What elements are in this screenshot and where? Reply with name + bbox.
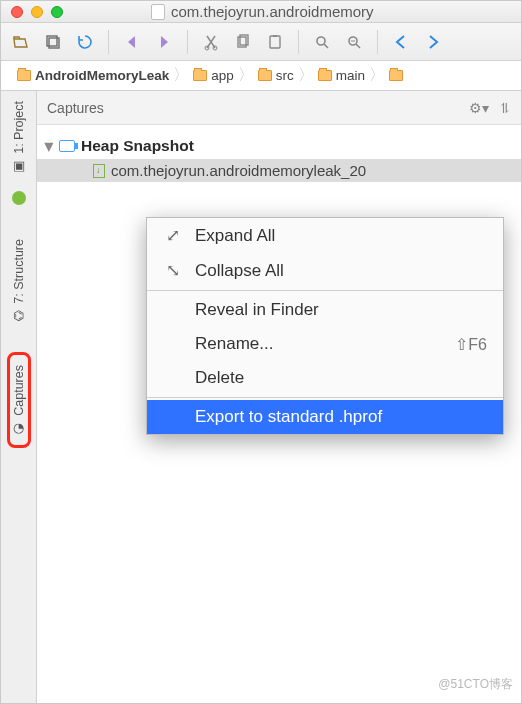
svg-point-8 [317, 37, 325, 45]
captures-tree[interactable]: ▶ Heap Snapshot com.thejoyrun.androidmem… [37, 125, 521, 190]
stopwatch-icon: ◔ [13, 420, 24, 435]
breadcrumb-label: app [211, 68, 234, 83]
minimize-panel-button[interactable]: ⥮ [499, 100, 511, 116]
menu-shortcut: ⇧F6 [455, 335, 487, 354]
cut-button[interactable] [199, 30, 223, 54]
breadcrumb: AndroidMemoryLeak 〉 app 〉 src 〉 main 〉 [1, 61, 521, 91]
replace-button[interactable] [342, 30, 366, 54]
folder-icon [318, 70, 332, 81]
folder-icon [389, 70, 403, 81]
menu-rename[interactable]: Rename...⇧F6 [147, 327, 503, 361]
menu-label: Rename... [195, 334, 273, 354]
menu-separator [147, 290, 503, 291]
menu-label: Collapse All [195, 261, 284, 281]
rail-project[interactable]: ▣1: Project [12, 91, 26, 183]
rail-label: Captures [12, 365, 26, 416]
rail-label: 1: Project [12, 101, 26, 154]
folder-icon [17, 70, 31, 81]
menu-expand-all[interactable]: ⤢Expand All [147, 218, 503, 253]
breadcrumb-item-app[interactable]: app [187, 68, 240, 83]
panel-title: Captures [47, 100, 104, 116]
folder-icon [193, 70, 207, 81]
rail-captures[interactable]: ◔Captures [12, 361, 26, 439]
tool-window-rail: ▣1: Project ⌬7: Structure ◔Captures [1, 91, 37, 703]
hprof-file-icon [93, 164, 105, 178]
breadcrumb-item-more[interactable] [383, 70, 409, 81]
find-button[interactable] [310, 30, 334, 54]
open-button[interactable] [9, 30, 33, 54]
minimize-traffic[interactable] [31, 6, 43, 18]
svg-rect-6 [270, 36, 280, 48]
save-all-button[interactable] [41, 30, 65, 54]
menu-separator [147, 397, 503, 398]
breadcrumb-item-project[interactable]: AndroidMemoryLeak [11, 68, 175, 83]
snapshot-icon [59, 140, 75, 152]
tree-root-node[interactable]: ▶ Heap Snapshot [37, 133, 521, 159]
rail-captures-highlight: ◔Captures [7, 352, 31, 448]
toolbar [1, 23, 521, 61]
menu-label: Delete [195, 368, 244, 388]
menu-label: Expand All [195, 226, 275, 246]
structure-icon: ⌬ [13, 307, 24, 322]
nav-forward-button[interactable] [421, 30, 445, 54]
breadcrumb-item-main[interactable]: main [312, 68, 371, 83]
close-traffic[interactable] [11, 6, 23, 18]
rail-structure[interactable]: ⌬7: Structure [12, 229, 26, 333]
breadcrumb-label: AndroidMemoryLeak [35, 68, 169, 83]
tree-leaf-label: com.thejoyrun.androidmemoryleak_20 [111, 162, 366, 179]
android-icon[interactable] [12, 191, 26, 205]
project-icon: ▣ [13, 158, 25, 173]
copy-button[interactable] [231, 30, 255, 54]
tree-root-label: Heap Snapshot [81, 137, 194, 155]
svg-rect-7 [273, 35, 277, 37]
gear-icon[interactable]: ⚙︎▾ [469, 100, 489, 116]
breadcrumb-label: src [276, 68, 294, 83]
tree-leaf-selected[interactable]: com.thejoyrun.androidmemoryleak_20 [37, 159, 521, 182]
breadcrumb-item-src[interactable]: src [252, 68, 300, 83]
window-title: com.thejoyrun.androidmemory [171, 3, 374, 20]
expand-icon: ⤢ [163, 225, 183, 246]
redo-button[interactable] [152, 30, 176, 54]
chevron-down-icon[interactable]: ▶ [43, 142, 56, 150]
titlebar: com.thejoyrun.androidmemory [1, 1, 521, 23]
context-menu: ⤢Expand All ⤡Collapse All Reveal in Find… [146, 217, 504, 435]
menu-export-hprof[interactable]: Export to standard .hprof [147, 400, 503, 434]
zoom-traffic[interactable] [51, 6, 63, 18]
document-icon [151, 4, 165, 20]
nav-back-button[interactable] [389, 30, 413, 54]
watermark: @51CTO博客 [438, 676, 513, 693]
menu-delete[interactable]: Delete [147, 361, 503, 395]
collapse-icon: ⤡ [163, 260, 183, 281]
menu-collapse-all[interactable]: ⤡Collapse All [147, 253, 503, 288]
breadcrumb-label: main [336, 68, 365, 83]
rail-label: 7: Structure [12, 239, 26, 304]
sync-button[interactable] [73, 30, 97, 54]
panel-header: Captures ⚙︎▾ ⥮ [37, 91, 521, 125]
menu-reveal-finder[interactable]: Reveal in Finder [147, 293, 503, 327]
menu-label: Reveal in Finder [195, 300, 319, 320]
paste-button[interactable] [263, 30, 287, 54]
menu-label: Export to standard .hprof [195, 407, 382, 427]
undo-button[interactable] [120, 30, 144, 54]
folder-icon [258, 70, 272, 81]
